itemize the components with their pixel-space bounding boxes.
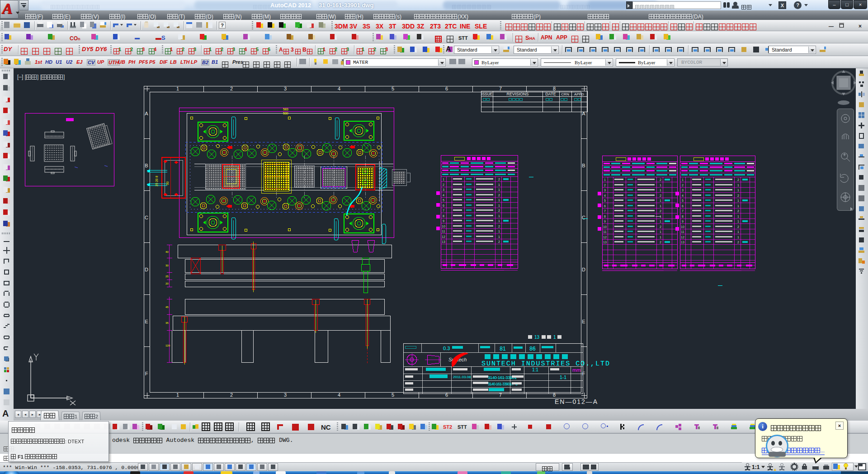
svg-text:8: 8 bbox=[553, 86, 556, 91]
svg-text:6: 6 bbox=[445, 86, 448, 91]
svg-text:1: 1 bbox=[498, 199, 500, 202]
svg-text:13: 13 bbox=[603, 241, 607, 244]
svg-text:45: 45 bbox=[165, 306, 169, 308]
svg-text:0.3: 0.3 bbox=[443, 346, 450, 351]
svg-text:3: 3 bbox=[604, 189, 606, 192]
svg-text:D: D bbox=[145, 267, 148, 272]
svg-text:2: 2 bbox=[498, 194, 500, 197]
svg-text:1: 1 bbox=[737, 199, 739, 202]
svg-text:5: 5 bbox=[682, 199, 684, 202]
svg-text:D: D bbox=[582, 267, 585, 272]
svg-text:2: 2 bbox=[737, 194, 739, 197]
svg-text:2: 2 bbox=[660, 209, 661, 213]
svg-text:6: 6 bbox=[445, 392, 448, 398]
svg-text:1: 1 bbox=[737, 215, 739, 218]
svg-text:8: 8 bbox=[604, 215, 606, 218]
svg-text:2: 2 bbox=[737, 209, 739, 213]
svg-text:1:1: 1:1 bbox=[532, 367, 538, 372]
svg-text:1: 1 bbox=[553, 335, 556, 340]
svg-text:20: 20 bbox=[165, 282, 169, 285]
svg-text:1: 1 bbox=[498, 188, 500, 191]
svg-text:2: 2 bbox=[660, 225, 661, 228]
svg-text:50: 50 bbox=[166, 181, 169, 185]
svg-text:12: 12 bbox=[442, 235, 445, 238]
svg-text:10: 10 bbox=[442, 225, 445, 228]
svg-text:1: 1 bbox=[498, 219, 500, 223]
svg-text:4: 4 bbox=[604, 194, 606, 197]
svg-text:1: 1 bbox=[737, 204, 739, 208]
svg-text:1: 1 bbox=[176, 86, 179, 91]
svg-text:13: 13 bbox=[534, 335, 540, 340]
svg-text:2: 2 bbox=[498, 225, 500, 228]
svg-text:81: 81 bbox=[500, 346, 506, 352]
svg-text:1: 1 bbox=[737, 230, 739, 233]
svg-text:1: 1 bbox=[660, 204, 661, 208]
svg-text:2: 2 bbox=[230, 392, 233, 398]
svg-text:CRN: CRN bbox=[561, 92, 569, 96]
svg-text:5: 5 bbox=[392, 392, 394, 398]
svg-text:2: 2 bbox=[737, 178, 739, 181]
svg-text:13: 13 bbox=[442, 240, 445, 243]
svg-text:7: 7 bbox=[499, 86, 502, 91]
svg-text:6: 6 bbox=[682, 204, 684, 208]
svg-text:·: · bbox=[653, 218, 655, 223]
svg-text:40: 40 bbox=[165, 251, 169, 253]
svg-text:1: 1 bbox=[498, 230, 500, 233]
svg-text:1: 1 bbox=[498, 235, 500, 238]
svg-text:3: 3 bbox=[284, 86, 287, 91]
svg-text:1: 1 bbox=[660, 199, 661, 202]
svg-text:1: 1 bbox=[660, 236, 661, 239]
svg-text:9: 9 bbox=[682, 220, 684, 223]
svg-text:2: 2 bbox=[660, 241, 661, 244]
svg-text:11: 11 bbox=[681, 230, 684, 233]
svg-text:2: 2 bbox=[443, 183, 444, 186]
svg-text:9: 9 bbox=[443, 219, 444, 223]
svg-text:1: 1 bbox=[176, 392, 179, 398]
svg-text:DATE: DATE bbox=[545, 92, 556, 96]
svg-text:12: 12 bbox=[603, 236, 607, 239]
svg-text:10: 10 bbox=[603, 225, 607, 228]
svg-text:2: 2 bbox=[230, 86, 233, 91]
svg-text:E: E bbox=[145, 319, 148, 324]
svg-text:12: 12 bbox=[681, 236, 684, 239]
svg-text:11: 11 bbox=[442, 230, 445, 233]
svg-text:3: 3 bbox=[443, 188, 444, 191]
svg-text:9: 9 bbox=[604, 220, 606, 223]
svg-text:7: 7 bbox=[499, 392, 502, 398]
svg-text:2: 2 bbox=[498, 178, 500, 181]
svg-text:1: 1 bbox=[604, 178, 606, 181]
svg-text:1: 1 bbox=[660, 220, 661, 223]
svg-text:2: 2 bbox=[498, 240, 500, 243]
svg-text:E: E bbox=[582, 319, 585, 324]
svg-text:86: 86 bbox=[529, 346, 536, 352]
svg-text:3: 3 bbox=[682, 189, 684, 192]
svg-text:2011.03.08: 2011.03.08 bbox=[453, 375, 471, 379]
svg-text:1: 1 bbox=[498, 204, 500, 207]
svg-text:REVISIONS: REVISIONS bbox=[506, 92, 528, 96]
svg-text:8: 8 bbox=[443, 214, 444, 218]
svg-text:1: 1 bbox=[660, 189, 661, 192]
svg-text:580: 580 bbox=[283, 112, 288, 115]
svg-text:2: 2 bbox=[737, 225, 739, 228]
svg-text:1-1: 1-1 bbox=[560, 374, 566, 380]
svg-text:4: 4 bbox=[338, 392, 340, 398]
svg-text:4: 4 bbox=[338, 86, 340, 91]
svg-text:5: 5 bbox=[604, 199, 606, 202]
svg-text:ISSUE: ISSUE bbox=[481, 92, 492, 96]
svg-text:30: 30 bbox=[165, 264, 169, 267]
svg-text:6: 6 bbox=[604, 204, 606, 208]
svg-text:1: 1 bbox=[682, 178, 684, 181]
svg-text:11: 11 bbox=[603, 230, 606, 233]
svg-text:2: 2 bbox=[660, 178, 661, 181]
svg-text:25 20 8: 25 20 8 bbox=[155, 176, 158, 186]
svg-text:1: 1 bbox=[660, 184, 661, 187]
svg-text:1: 1 bbox=[737, 220, 739, 223]
svg-text:mm: mm bbox=[572, 367, 580, 373]
svg-text:7: 7 bbox=[443, 209, 444, 212]
svg-text:5: 5 bbox=[392, 86, 394, 91]
svg-text:25: 25 bbox=[165, 275, 169, 278]
svg-text:2: 2 bbox=[604, 184, 606, 187]
svg-text:1: 1 bbox=[660, 230, 661, 233]
svg-text:A: A bbox=[145, 111, 148, 116]
svg-text:7: 7 bbox=[604, 209, 606, 213]
